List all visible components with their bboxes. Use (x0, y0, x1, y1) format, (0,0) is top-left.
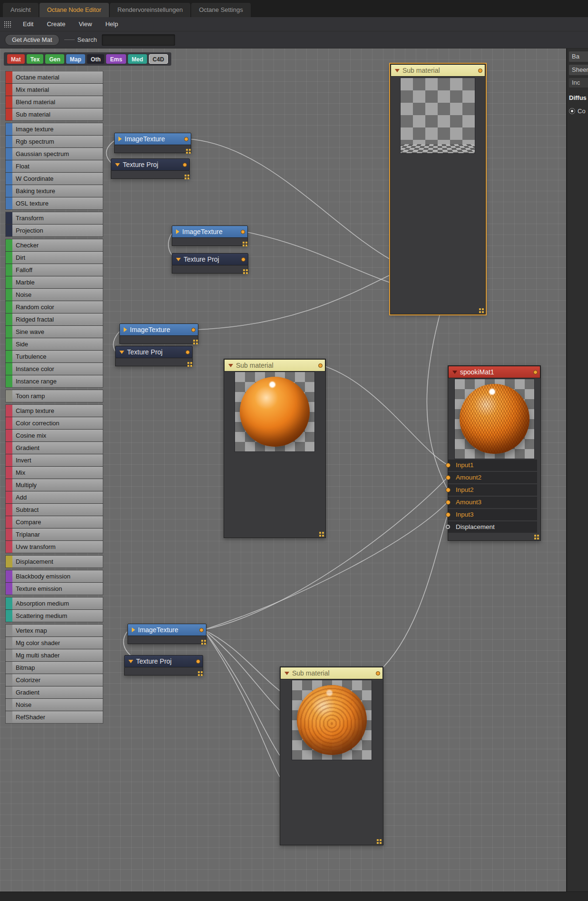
node-list-item[interactable]: Sine wave (6, 326, 103, 338)
resize-handle-icon[interactable] (243, 269, 245, 271)
node-input-row[interactable]: Amount3 (448, 497, 537, 508)
output-port[interactable] (241, 257, 245, 262)
node-list-item[interactable]: Image texture (6, 123, 103, 135)
attribute-button[interactable]: Ba (569, 51, 588, 62)
resize-handle-icon[interactable] (377, 839, 379, 841)
node-list-item[interactable]: Sub material (6, 108, 103, 120)
expand-arrow-icon[interactable] (284, 672, 289, 675)
node-list-item[interactable]: Clamp texture (6, 405, 103, 417)
node-list-item[interactable]: Float (6, 160, 103, 172)
node-list-item[interactable]: Multiply (6, 479, 103, 491)
node-list-item[interactable]: Color correction (6, 417, 103, 429)
node-list-item[interactable]: Bitmap (6, 662, 103, 674)
input-port[interactable] (446, 488, 451, 492)
node-list-item[interactable]: Mix material (6, 84, 103, 96)
node-imagetexture-4[interactable]: ImageTexture (127, 624, 206, 644)
radio-option[interactable]: Co (569, 108, 586, 115)
input-port[interactable] (446, 525, 450, 529)
collapse-arrow-icon[interactable] (118, 137, 122, 141)
node-list-item[interactable]: Blend material (6, 96, 103, 108)
get-active-mat-button[interactable]: Get Active Mat (5, 34, 59, 46)
output-port[interactable] (186, 350, 190, 354)
panel-tab[interactable]: Octane Node Editor (39, 3, 109, 17)
node-list-item[interactable]: RefShader (6, 711, 103, 723)
filter-chip[interactable]: Gen (45, 54, 64, 64)
node-list-item[interactable]: Blackbody emission (6, 570, 103, 582)
node-textureproj-2[interactable]: Texture Proj (172, 253, 248, 274)
node-list-item[interactable]: Baking texture (6, 185, 103, 197)
resize-handle-icon[interactable] (187, 362, 189, 364)
output-port[interactable] (199, 628, 204, 632)
node-input-row[interactable]: Amount2 (448, 472, 537, 483)
node-imagetexture-3[interactable]: ImageTexture (119, 323, 198, 344)
filter-chip[interactable]: Tex (27, 54, 44, 64)
menu-item[interactable]: View (72, 17, 98, 31)
node-textureproj-4[interactable]: Texture Proj (124, 655, 203, 676)
resize-handle-icon[interactable] (479, 308, 481, 310)
node-input-row[interactable]: Input2 (448, 484, 537, 496)
node-list-item[interactable]: Cosine mix (6, 430, 103, 441)
node-sub-material-middle[interactable]: Sub material (224, 359, 326, 538)
node-list-item[interactable]: Turbulence (6, 351, 103, 362)
expand-arrow-icon[interactable] (452, 371, 457, 374)
resize-handle-icon[interactable] (198, 671, 200, 673)
attribute-button[interactable]: Inc (569, 78, 588, 88)
panel-tab[interactable]: Ansicht (3, 3, 39, 17)
node-list-item[interactable]: Triplanar (6, 529, 103, 540)
filter-chip[interactable]: Mat (7, 54, 25, 64)
node-list-item[interactable]: Noise (6, 699, 103, 711)
expand-arrow-icon[interactable] (119, 351, 124, 354)
node-list-item[interactable]: Texture emission (6, 583, 103, 595)
input-port[interactable] (446, 512, 451, 517)
panel-tab[interactable]: Octane Settings (191, 3, 251, 17)
node-imagetexture-1[interactable]: ImageTexture (114, 133, 191, 153)
node-list-item[interactable]: Transform (6, 212, 103, 224)
node-list-item[interactable]: Colorizer (6, 674, 103, 686)
node-list-item[interactable]: Invert (6, 454, 103, 466)
filter-chip[interactable]: Oth (87, 54, 105, 64)
node-list-item[interactable]: Subtract (6, 504, 103, 516)
menu-item[interactable]: Create (40, 17, 72, 31)
node-list-item[interactable]: Vertex map (6, 625, 103, 637)
node-list-item[interactable]: Gradient (6, 686, 103, 698)
node-list-item[interactable]: Absorption medium (6, 597, 103, 609)
node-list-item[interactable]: Displacement (6, 556, 103, 568)
node-list-item[interactable]: Compare (6, 516, 103, 528)
attribute-button[interactable]: Sheen (569, 65, 588, 75)
filter-chip[interactable]: Med (128, 54, 147, 64)
panel-tab[interactable]: Rendervoreinstellungen (110, 3, 190, 17)
node-list-item[interactable]: Octane material (6, 71, 103, 83)
output-port[interactable] (533, 370, 538, 374)
collapse-arrow-icon[interactable] (132, 627, 135, 632)
input-port[interactable] (446, 475, 451, 480)
node-list-item[interactable]: Gaussian spectrum (6, 148, 103, 160)
filter-chip[interactable]: Map (66, 54, 85, 64)
node-imagetexture-2[interactable]: ImageTexture (172, 225, 248, 246)
node-sub-material-top[interactable]: Sub material (390, 64, 486, 314)
output-port[interactable] (376, 671, 380, 676)
node-list-item[interactable]: Ridged fractal (6, 313, 103, 325)
node-list-item[interactable]: Noise (6, 289, 103, 301)
expand-arrow-icon[interactable] (228, 364, 233, 367)
output-port[interactable] (184, 137, 188, 141)
horizontal-scrollbar[interactable] (0, 891, 588, 901)
node-list-item[interactable]: Random color (6, 301, 103, 313)
input-port[interactable] (446, 500, 451, 505)
node-list-item[interactable]: Checker (6, 239, 103, 251)
node-sub-material-bottom[interactable]: Sub material (280, 666, 383, 845)
node-list-item[interactable]: W Coordinate (6, 173, 103, 185)
node-input-row[interactable]: Input3 (448, 509, 537, 520)
node-list-item[interactable]: Falloff (6, 264, 103, 276)
node-list-item[interactable]: Marble (6, 276, 103, 288)
radio-icon[interactable] (569, 108, 575, 114)
output-port[interactable] (191, 328, 196, 332)
node-list-item[interactable]: Rgb spectrum (6, 136, 103, 147)
menu-item[interactable]: Edit (16, 17, 40, 31)
resize-handle-icon[interactable] (319, 532, 321, 534)
output-port[interactable] (241, 230, 245, 234)
output-port[interactable] (478, 69, 482, 73)
node-textureproj-3[interactable]: Texture Proj (115, 346, 193, 366)
node-list-item[interactable]: Mix (6, 467, 103, 479)
node-list-item[interactable]: Instance range (6, 375, 103, 387)
resize-handle-icon[interactable] (201, 640, 203, 642)
